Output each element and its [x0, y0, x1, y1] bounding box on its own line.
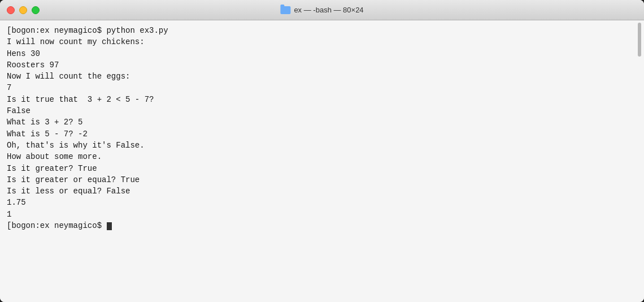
terminal-output: [bogon:ex neymagico$ python ex3.pyI will… — [7, 25, 637, 231]
scrollbar-thumb[interactable] — [638, 23, 641, 57]
table-row: Is it less or equal? False — [7, 185, 637, 197]
minimize-button[interactable] — [19, 6, 27, 14]
maximize-button[interactable] — [32, 6, 40, 14]
folder-icon — [280, 6, 290, 14]
table-row: Now I will count the eggs: — [7, 71, 637, 82]
scrollbar-track — [638, 20, 641, 302]
table-row: Hens 30 — [7, 48, 637, 59]
window-title: ex — -bash — 80×24 — [294, 6, 363, 14]
table-row: Is it true that 3 + 2 < 5 - 7? — [7, 94, 637, 105]
table-row: Is it greater or equal? True — [7, 174, 637, 185]
table-row: How about some more. — [7, 151, 637, 162]
terminal-window: ex — -bash — 80×24 [bogon:ex neymagico$ … — [0, 0, 644, 302]
table-row: I will now count my chickens: — [7, 36, 637, 48]
table-row: Is it greater? True — [7, 163, 637, 174]
table-row: Roosters 97 — [7, 59, 637, 71]
title-bar: ex — -bash — 80×24 — [0, 0, 644, 20]
terminal-content[interactable]: [bogon:ex neymagico$ python ex3.pyI will… — [0, 20, 644, 302]
scrollbar[interactable] — [637, 20, 642, 302]
table-row: 7 — [7, 82, 637, 93]
close-button[interactable] — [7, 6, 15, 14]
table-row: [bogon:ex neymagico$ — [7, 220, 637, 231]
table-row: 1 — [7, 209, 637, 220]
table-row: What is 5 - 7? -2 — [7, 128, 637, 140]
terminal-cursor — [107, 222, 112, 230]
table-row: False — [7, 105, 637, 117]
table-row: Oh, that's is why it's False. — [7, 140, 637, 151]
table-row: [bogon:ex neymagico$ python ex3.py — [7, 25, 637, 36]
window-title-area: ex — -bash — 80×24 — [280, 6, 363, 14]
table-row: What is 3 + 2? 5 — [7, 117, 637, 128]
table-row: 1.75 — [7, 197, 637, 208]
traffic-lights — [7, 6, 40, 14]
